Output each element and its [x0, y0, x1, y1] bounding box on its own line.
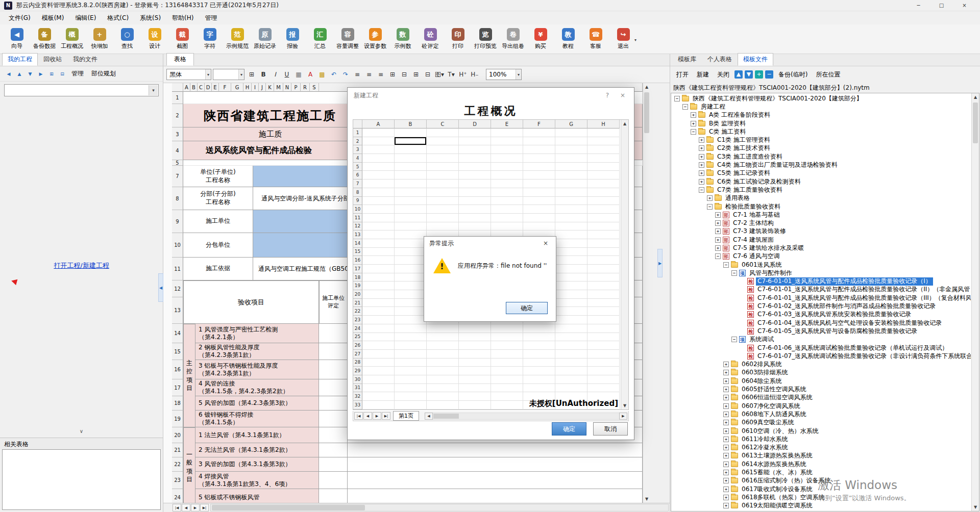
row-header-23[interactable]: 23 [172, 472, 183, 489]
mini-column-B[interactable]: B [395, 120, 427, 129]
mini-cell[interactable] [523, 359, 555, 367]
mini-cell[interactable] [587, 350, 620, 359]
mini-cell[interactable] [362, 273, 395, 282]
menu-item[interactable]: 编辑(E) [69, 12, 102, 24]
move-up-icon[interactable]: ▲ [734, 70, 743, 79]
menu-item[interactable]: 系统(S) [134, 12, 166, 24]
mini-row-header[interactable]: 30 [353, 375, 362, 384]
mini-cell[interactable] [587, 375, 620, 384]
expand-icon[interactable]: + [715, 228, 721, 234]
related-tables-list[interactable] [2, 449, 161, 510]
add-icon[interactable]: + [755, 70, 763, 79]
expand-icon[interactable]: + [723, 470, 729, 475]
mini-cell[interactable] [491, 359, 523, 367]
mini-cell[interactable] [523, 137, 555, 146]
expand-icon[interactable]: + [723, 387, 729, 392]
mini-cell[interactable] [491, 129, 523, 137]
expand-icon[interactable]: + [723, 428, 729, 434]
sheet-cell[interactable]: 1 风管强度与严密性工艺检测 （第4.2.1条） [195, 324, 319, 343]
mini-cell[interactable] [587, 197, 620, 206]
mini-cell[interactable] [491, 384, 523, 393]
expand-icon[interactable]: + [699, 137, 704, 143]
toolbar-button-buy[interactable]: ¥购买 [527, 25, 554, 53]
mini-row-header[interactable]: 27 [353, 350, 362, 359]
tab-我的文件[interactable]: 我的文件 [67, 53, 103, 66]
fill-color-icon[interactable]: ▦ [293, 69, 304, 80]
mini-cell[interactable] [395, 290, 427, 299]
expand-icon[interactable]: + [699, 170, 704, 176]
mini-cell[interactable] [427, 129, 459, 137]
toolbar-button-design[interactable]: 设设计 [141, 25, 168, 53]
sheet-cell[interactable]: 分包单位 [183, 233, 253, 258]
expand-icon[interactable]: + [715, 245, 721, 251]
sheet-cell[interactable]: 1 法兰风管（第4.3.1条第1款） [195, 427, 319, 443]
remove-icon[interactable]: − [765, 70, 773, 79]
mini-cell[interactable] [395, 222, 427, 231]
expand-icon[interactable]: + [723, 478, 729, 483]
mini-cell[interactable] [491, 341, 523, 350]
mini-cell[interactable] [362, 197, 395, 206]
mini-row-header[interactable]: 25 [353, 333, 362, 342]
collapse-icon[interactable]: − [691, 129, 696, 135]
mini-cell[interactable] [362, 367, 395, 375]
mini-row-header[interactable]: 7 [353, 180, 362, 188]
toolbar-button-concrete-eval[interactable]: 砼砼评定 [416, 25, 444, 53]
mini-row-header[interactable]: 2 [353, 137, 362, 146]
mini-cell[interactable] [491, 333, 523, 342]
sheet-cell[interactable]: 2 钢板风管性能及厚度 （第4.2.3条第1款） [195, 343, 319, 360]
toolbar-button-exit[interactable]: ↪退出▾ [609, 25, 637, 53]
mini-cell[interactable] [491, 401, 523, 409]
image-menu-button[interactable]: 图▾ [434, 69, 445, 80]
font-color-icon[interactable]: A [305, 69, 316, 80]
mini-cell[interactable] [459, 341, 491, 350]
mini-row-header[interactable]: 12 [353, 222, 362, 231]
expand-icon[interactable]: + [707, 195, 713, 201]
column-header-D[interactable]: D [205, 83, 212, 92]
mini-row-header[interactable]: 20 [353, 290, 362, 299]
expand-icon[interactable]: + [699, 162, 704, 168]
sheet-cell[interactable] [348, 457, 643, 472]
mini-cell[interactable] [491, 214, 523, 222]
tree-item[interactable]: 检C7-6-01-01_送风系统风管与配件成品检验批质量验收记录（I） [671, 277, 971, 286]
tree-item[interactable]: 检C7-6-01-07_送风系统调试检验批质量验收记录（非设计满负荷条件下系统联… [671, 352, 971, 360]
align-left-icon[interactable]: ≡ [352, 69, 363, 80]
mini-cell[interactable] [459, 401, 491, 409]
sheet-cell[interactable]: 2 无法兰风管（第4.3.1条第2款） [195, 443, 319, 457]
tree-item[interactable]: −项风管与配件制作 [671, 269, 971, 277]
collapse-icon[interactable]: − [723, 262, 729, 268]
sheet-cell[interactable]: 3 铝板与不锈钢板性能及厚度 （第4.2.3条第1款） [195, 360, 319, 379]
row-header-18[interactable]: 18 [172, 396, 183, 411]
tree-item[interactable]: +0610空调（冷、热）水系统 [671, 427, 971, 435]
mini-row-header[interactable]: 22 [353, 307, 362, 316]
mini-cell[interactable] [362, 316, 395, 324]
mini-cell[interactable] [555, 324, 587, 333]
dialog-close-button[interactable]: × [618, 92, 628, 99]
column-header-E[interactable]: E [212, 83, 219, 92]
toolbar-button-support[interactable]: ☎客服 [582, 25, 609, 53]
mini-row-header[interactable]: 17 [353, 265, 362, 273]
first-page-icon[interactable]: |◀ [354, 412, 363, 420]
mini-cell[interactable] [587, 154, 620, 163]
tree-item[interactable]: +B类 监理资料 [671, 119, 971, 127]
mini-cell[interactable] [555, 333, 587, 342]
mini-row-header[interactable]: 14 [353, 239, 362, 248]
mini-cell[interactable] [395, 205, 427, 214]
borders-icon[interactable]: ⊞ [246, 69, 257, 80]
mini-cell[interactable] [362, 248, 395, 257]
mini-cell[interactable] [587, 307, 620, 316]
mini-cell[interactable] [523, 129, 555, 137]
expand-icon[interactable]: + [723, 495, 729, 500]
mini-cell[interactable] [395, 137, 427, 146]
column-header-C[interactable]: C [198, 83, 205, 92]
mini-cell[interactable] [523, 205, 555, 214]
row-header-5[interactable]: 5 [172, 160, 183, 166]
expand-icon[interactable]: + [723, 370, 729, 375]
tree-item[interactable]: 检C7-6-01-01_送风系统风管与配件成品检验批质量验收记录（III）（复合… [671, 294, 971, 302]
mini-cell[interactable] [491, 324, 523, 333]
ok-button[interactable]: 确定 [552, 422, 586, 436]
tree-item[interactable]: +0615蓄能（水、冰）系统 [671, 468, 971, 476]
column-header-N[interactable]: N [283, 83, 291, 92]
toolbar-button-raw-record[interactable]: 原原始记录 [251, 25, 279, 53]
tree-scrollbar[interactable]: ▲ ▼ [971, 93, 979, 511]
row-header-9[interactable]: 9 [172, 210, 183, 233]
